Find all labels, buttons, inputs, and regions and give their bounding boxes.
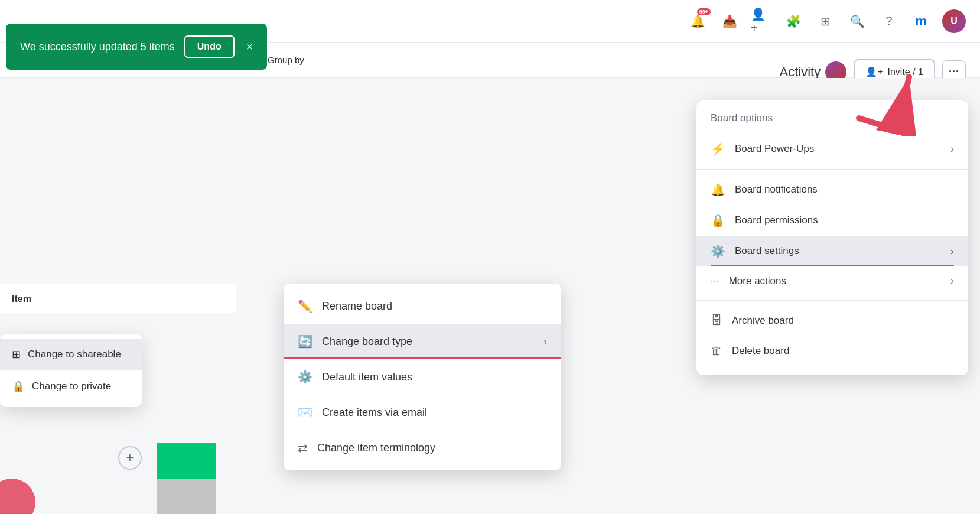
rename-board-item[interactable]: ✏️ Rename board: [284, 288, 561, 324]
change-to-private-item[interactable]: 🔒 Change to private: [0, 370, 142, 402]
gray-status-cell: [157, 479, 216, 514]
settings-icon: ⚙️: [711, 244, 725, 258]
brand-icon: m: [910, 11, 932, 32]
pink-arrow-annotation: [850, 65, 921, 138]
header-icons: 🔔 99+ 📥 👤+ 🧩 ⊞ 🔍 ? m U: [687, 9, 966, 33]
grid-icon[interactable]: ⊞: [815, 11, 836, 32]
terminology-label: Change item terminology: [317, 442, 435, 454]
default-item-values-item[interactable]: ⚙️ Default item values: [284, 359, 561, 395]
power-ups-label: Board Power-Ups: [735, 143, 814, 155]
shareable-icon: ⊞: [12, 348, 21, 361]
table-header: Item: [0, 284, 236, 313]
success-toast: We successfully updated 5 items Undo ×: [6, 24, 267, 70]
board-option-notifications[interactable]: 🔔 Board notifications: [696, 174, 968, 205]
divider-2: [696, 300, 968, 301]
notifications-label: Board notifications: [735, 184, 818, 196]
change-type-label: Change board type: [322, 336, 412, 348]
archive-label: Archive board: [732, 315, 794, 327]
svg-line-1: [897, 77, 909, 130]
add-user-icon[interactable]: 👤+: [751, 11, 772, 32]
toast-message: We successfully updated 5 items: [20, 41, 175, 53]
default-values-label: Default item values: [322, 371, 412, 383]
change-type-icon: 🔄: [298, 334, 312, 349]
permissions-icon: 🔒: [711, 213, 725, 227]
create-via-email-item[interactable]: ✉️ Create items via email: [284, 395, 561, 430]
board-type-panel: ✏️ Rename board 🔄 Change board type › ⚙️…: [284, 284, 561, 470]
divider-1: [696, 169, 968, 170]
change-board-type-item[interactable]: 🔄 Change board type ›: [284, 324, 561, 359]
toast-undo-button[interactable]: Undo: [184, 35, 235, 58]
default-values-icon: ⚙️: [298, 370, 312, 384]
board-option-more-actions[interactable]: ··· More actions ›: [696, 266, 968, 295]
change-type-arrow: ›: [543, 336, 547, 348]
group-by-label: Group by: [268, 55, 304, 65]
power-ups-icon: ⚡: [711, 142, 725, 156]
board-type-sub-panel: ⊞ Change to shareable 🔒 Change to privat…: [0, 334, 142, 407]
green-status-cell: [157, 443, 216, 479]
avatar[interactable]: U: [942, 9, 966, 33]
notifications-icon: 🔔: [711, 183, 725, 197]
help-icon[interactable]: ?: [878, 11, 900, 32]
delete-icon: 🗑: [711, 344, 722, 357]
terminology-icon: ⇄: [298, 441, 308, 455]
change-terminology-item[interactable]: ⇄ Change item terminology: [284, 430, 561, 466]
email-icon: ✉️: [298, 405, 312, 419]
item-column-header: Item: [12, 294, 31, 304]
board-option-settings[interactable]: ⚙️ Board settings ›: [696, 236, 968, 266]
email-label: Create items via email: [322, 406, 427, 419]
search-icon[interactable]: 🔍: [846, 11, 868, 32]
svg-line-2: [859, 118, 897, 130]
notification-badge: 99+: [697, 8, 711, 15]
add-item-button[interactable]: +: [118, 446, 142, 470]
more-dots-icon: ···: [949, 66, 959, 78]
board-options-panel: Board options ⚡ Board Power-Ups › 🔔 Boar…: [696, 100, 968, 375]
archive-icon: 🗄: [711, 314, 722, 327]
settings-label: Board settings: [735, 245, 799, 257]
more-actions-label: More actions: [729, 275, 786, 287]
delete-label: Delete board: [732, 345, 789, 357]
private-icon: 🔒: [12, 380, 25, 393]
private-label: Change to private: [32, 380, 111, 392]
pink-circle-decoration: [0, 479, 35, 514]
board-option-archive[interactable]: 🗄 Archive board: [696, 305, 968, 336]
permissions-label: Board permissions: [735, 214, 818, 226]
shareable-label: Change to shareable: [28, 349, 121, 360]
notification-icon[interactable]: 🔔 99+: [687, 11, 708, 32]
settings-arrow: ›: [950, 245, 954, 258]
toast-close-button[interactable]: ×: [246, 40, 253, 54]
change-to-shareable-item[interactable]: ⊞ Change to shareable: [0, 339, 142, 370]
rename-label: Rename board: [322, 300, 392, 313]
board-option-delete[interactable]: 🗑 Delete board: [696, 336, 968, 366]
board-options-title: Board options: [696, 112, 968, 134]
activity-text: Activity: [779, 64, 821, 80]
inbox-icon[interactable]: 📥: [719, 11, 740, 32]
puzzle-icon[interactable]: 🧩: [783, 11, 804, 32]
board-option-power-ups[interactable]: ⚡ Board Power-Ups ›: [696, 134, 968, 164]
board-option-permissions[interactable]: 🔒 Board permissions: [696, 205, 968, 236]
more-actions-arrow: ›: [950, 275, 954, 287]
rename-icon: ✏️: [298, 299, 312, 313]
power-ups-arrow: ›: [950, 143, 954, 155]
avatar-image: U: [942, 9, 966, 33]
more-actions-icon: ···: [711, 276, 719, 286]
